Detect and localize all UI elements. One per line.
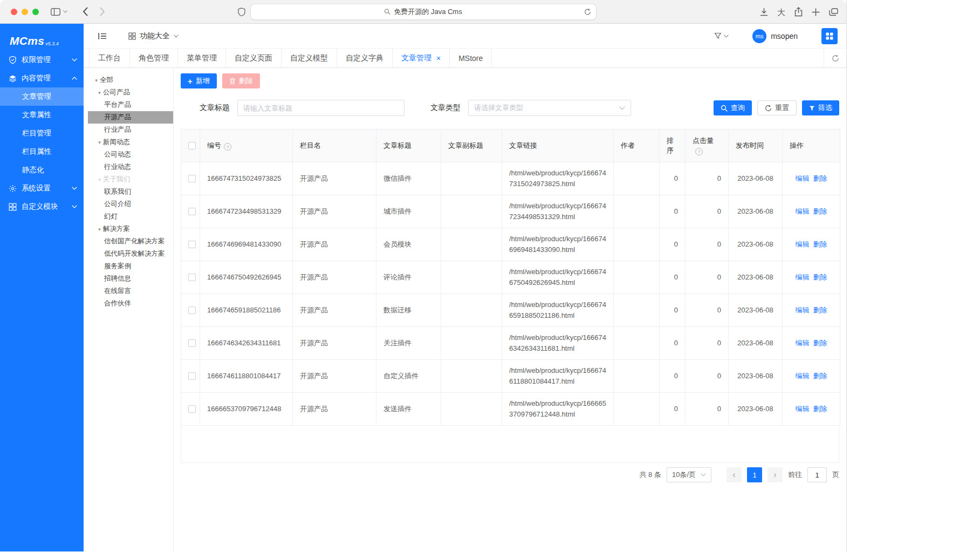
filter-button[interactable]: 筛选 — [802, 100, 839, 115]
close-icon[interactable]: × — [436, 54, 441, 62]
delete-button[interactable]: 删除 — [222, 73, 260, 88]
edit-link[interactable]: 编辑 — [796, 240, 810, 248]
sidebar-item-permissions[interactable]: 权限管理 — [0, 51, 84, 69]
edit-link[interactable]: 编辑 — [796, 273, 810, 281]
reload-icon[interactable] — [584, 8, 591, 15]
tree-item-about[interactable]: ▾关于我们 — [84, 173, 173, 186]
tab-custom-model[interactable]: 自定义模型 — [282, 49, 337, 67]
user-avatar[interactable]: ms — [752, 29, 766, 43]
zoom-window-button[interactable] — [32, 9, 39, 15]
new-tab-icon[interactable] — [812, 8, 820, 16]
tab-menu[interactable]: 菜单管理 — [178, 49, 226, 67]
apps-grid-button[interactable] — [821, 28, 838, 44]
next-page-button[interactable]: › — [767, 467, 783, 482]
search-button[interactable]: 查询 — [714, 100, 752, 115]
add-button[interactable]: + 新增 — [181, 73, 217, 88]
tree-item-company-products[interactable]: ▾公司产品 — [84, 86, 173, 99]
browser-sidebar-toggle-icon[interactable] — [51, 8, 60, 16]
tree-item-xinchuang-solution[interactable]: 信创国产化解决方案 — [84, 235, 173, 248]
tree-item-opensource-products[interactable]: 开源产品 — [88, 111, 173, 124]
delete-link[interactable]: 删除 — [813, 405, 827, 413]
collapse-sidebar-icon[interactable] — [98, 32, 107, 40]
delete-link[interactable]: 删除 — [813, 207, 827, 215]
privacy-shield-icon[interactable] — [238, 8, 245, 16]
tab-role[interactable]: 角色管理 — [130, 49, 178, 67]
header-checkbox[interactable] — [188, 142, 196, 149]
tree-item-messages[interactable]: 在线留言 — [84, 285, 173, 297]
tree-item-solutions[interactable]: ▾解决方案 — [84, 223, 173, 235]
current-page-button[interactable]: 1 — [747, 467, 762, 482]
edit-link[interactable]: 编辑 — [796, 174, 810, 182]
row-checkbox[interactable] — [188, 241, 196, 248]
tab-mstore[interactable]: MStore — [450, 49, 492, 67]
tree-item-all[interactable]: ▾全部 — [84, 74, 173, 86]
delete-link[interactable]: 删除 — [813, 174, 827, 182]
goto-page-input[interactable] — [807, 467, 827, 482]
text-size-icon[interactable]: 大 — [777, 8, 785, 16]
tab-custom-page[interactable]: 自定义页面 — [226, 49, 282, 67]
edit-link[interactable]: 编辑 — [796, 405, 810, 413]
row-checkbox[interactable] — [188, 274, 196, 281]
tree-item-platform-products[interactable]: 平台产品 — [84, 99, 173, 111]
minimize-window-button[interactable] — [22, 9, 28, 15]
cell-category: 开源产品 — [293, 261, 376, 294]
sidebar-subitem-article-manage[interactable]: 文章管理 — [0, 87, 84, 106]
tab-refresh-icon[interactable] — [824, 49, 846, 68]
tab-overview-icon[interactable] — [829, 8, 838, 16]
reset-button[interactable]: 重置 — [757, 100, 797, 115]
delete-link[interactable]: 删除 — [813, 273, 827, 281]
sidebar-item-system[interactable]: 系统设置 — [0, 179, 84, 197]
theme-button[interactable] — [714, 32, 729, 39]
close-window-button[interactable] — [11, 9, 17, 15]
tree-item-contact[interactable]: 联系我们 — [84, 186, 173, 198]
row-checkbox[interactable] — [188, 175, 196, 182]
help-icon[interactable]: ? — [695, 148, 703, 155]
row-checkbox[interactable] — [188, 306, 196, 314]
row-checkbox[interactable] — [188, 372, 196, 380]
edit-link[interactable]: 编辑 — [796, 207, 810, 215]
sidebar-subitem-column-manage[interactable]: 栏目管理 — [0, 124, 84, 142]
sidebar-subitem-static[interactable]: 静态化 — [0, 161, 84, 179]
sidebar-subitem-article-attr[interactable]: 文章属性 — [0, 106, 84, 124]
share-icon[interactable] — [794, 7, 803, 17]
feature-menu-button[interactable]: 功能大全 — [128, 31, 179, 41]
address-bar[interactable]: 免费开源的 Java Cms — [251, 4, 596, 19]
prev-page-button[interactable]: ‹ — [727, 467, 742, 482]
sidebar-item-custom-module[interactable]: 自定义模块 — [0, 197, 84, 216]
tree-item-slides[interactable]: 幻灯 — [84, 210, 173, 223]
tree-item-jobs[interactable]: 招聘信息 — [84, 272, 173, 285]
tab-custom-dict[interactable]: 自定义字典 — [337, 49, 393, 67]
row-checkbox[interactable] — [188, 339, 196, 347]
tab-workbench[interactable]: 工作台 — [89, 49, 130, 67]
row-checkbox[interactable] — [188, 405, 196, 413]
username-text[interactable]: msopen — [771, 32, 798, 40]
column-label: 发布时间 — [736, 141, 764, 149]
delete-link[interactable]: 删除 — [813, 372, 827, 380]
title-filter-input[interactable] — [237, 100, 405, 116]
delete-link[interactable]: 删除 — [813, 306, 827, 314]
sidebar-chevron-icon[interactable] — [63, 10, 67, 13]
help-icon[interactable]: ? — [224, 143, 231, 151]
tree-item-service-cases[interactable]: 服务案例 — [84, 260, 173, 272]
delete-link[interactable]: 删除 — [813, 339, 827, 347]
forward-icon[interactable] — [100, 7, 105, 16]
tree-item-news[interactable]: ▾新闻动态 — [84, 136, 173, 148]
edit-link[interactable]: 编辑 — [796, 372, 810, 380]
tree-item-partners[interactable]: 合作伙伴 — [84, 297, 173, 310]
tree-item-company-news[interactable]: 公司动态 — [84, 148, 173, 161]
row-checkbox[interactable] — [188, 208, 196, 215]
tree-item-industry-news[interactable]: 行业动态 — [84, 161, 173, 173]
tab-article-manage[interactable]: 文章管理× — [393, 49, 450, 67]
delete-link[interactable]: 删除 — [813, 240, 827, 248]
downloads-icon[interactable] — [760, 8, 768, 16]
sidebar-item-content[interactable]: 内容管理 — [0, 69, 84, 87]
edit-link[interactable]: 编辑 — [796, 306, 810, 314]
tree-item-company-intro[interactable]: 公司介绍 — [84, 198, 173, 210]
tree-item-industry-products[interactable]: 行业产品 — [84, 124, 173, 136]
sidebar-subitem-column-attr[interactable]: 栏目属性 — [0, 142, 84, 161]
back-icon[interactable] — [83, 7, 88, 16]
type-filter-select[interactable]: 请选择文章类型 — [468, 100, 631, 116]
edit-link[interactable]: 编辑 — [796, 339, 810, 347]
page-size-select[interactable]: 10条/页 — [667, 467, 711, 482]
tree-item-lowcode-solution[interactable]: 低代码开发解决方案 — [84, 248, 173, 260]
